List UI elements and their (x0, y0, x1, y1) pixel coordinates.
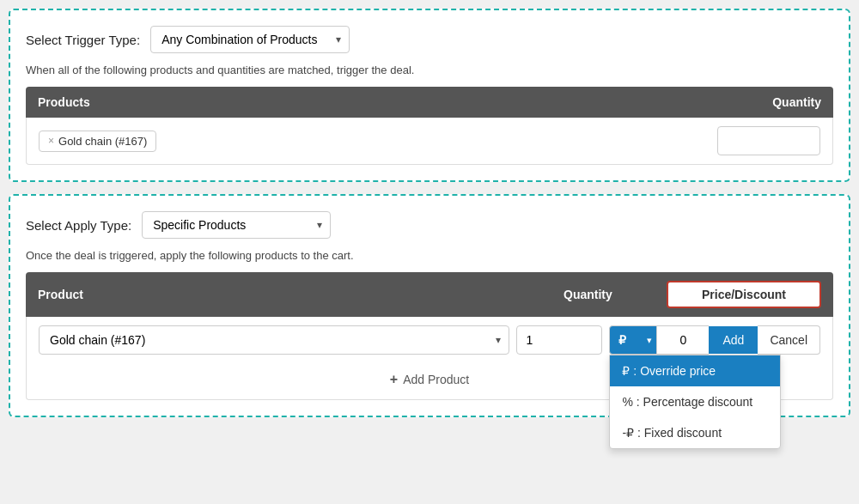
trigger-table-body: × Gold chain (#167) (26, 118, 833, 165)
cancel-button[interactable]: Cancel (758, 325, 820, 355)
tag-remove-icon[interactable]: × (48, 135, 54, 147)
apply-type-description: Once the deal is triggered, apply the fo… (26, 249, 833, 262)
currency-select-wrapper: ₽ % -₽ ▾ (609, 325, 657, 355)
trigger-type-description: When all of the following products and q… (26, 64, 833, 76)
trigger-type-row: Select Trigger Type: Any Combination of … (26, 26, 833, 53)
apply-table-header: Product Quantity Price/Discount (26, 272, 833, 317)
product-tag: × Gold chain (#167) (39, 131, 156, 152)
trigger-type-select-wrapper: Any Combination of Products Specific Pro… (150, 26, 350, 53)
price-group: ₽ % -₽ ▾ Add Cancel (609, 325, 820, 355)
dropdown-item-percentage[interactable]: % : Percentage discount (610, 386, 780, 417)
add-button[interactable]: Add (709, 326, 758, 354)
price-type-dropdown: ₽ : Override price % : Percentage discou… (609, 355, 781, 449)
apply-col-product: Product (38, 288, 564, 301)
dropdown-item-override[interactable]: ₽ : Override price (610, 355, 780, 386)
dropdown-item-fixed[interactable]: -₽ : Fixed discount (610, 417, 780, 448)
apply-type-select[interactable]: Specific Products All Products (142, 211, 331, 239)
currency-select[interactable]: ₽ % -₽ (609, 325, 657, 355)
apply-product-select-wrapper: Gold chain (#167) ▾ (39, 325, 509, 355)
apply-col-quantity: Quantity (564, 288, 667, 301)
apply-type-row: Select Apply Type: Specific Products All… (26, 211, 833, 239)
apply-product-select[interactable]: Gold chain (#167) (39, 325, 509, 355)
apply-col-pricediscount: Price/Discount (667, 281, 821, 308)
trigger-type-label: Select Trigger Type: (26, 33, 140, 47)
trigger-type-select[interactable]: Any Combination of Products Specific Pro… (150, 26, 350, 53)
trigger-table-header: Products Quantity (26, 87, 833, 118)
trigger-col-products: Products (38, 95, 701, 109)
apply-type-section: Select Apply Type: Specific Products All… (9, 194, 850, 417)
trigger-type-section: Select Trigger Type: Any Combination of … (9, 9, 850, 182)
trigger-tag-area: × Gold chain (#167) (39, 131, 700, 152)
trigger-quantity-input[interactable] (717, 126, 820, 155)
tag-label: Gold chain (#167) (58, 135, 147, 148)
add-product-plus-icon: + (390, 372, 398, 387)
trigger-qty-area (700, 126, 820, 155)
apply-type-label: Select Apply Type: (26, 218, 131, 233)
apply-type-table: Product Quantity Price/Discount Gold cha… (26, 272, 833, 400)
trigger-col-quantity: Quantity (701, 95, 821, 109)
apply-product-row: Gold chain (#167) ▾ ₽ % -₽ ▾ (39, 325, 820, 355)
price-input[interactable] (657, 325, 709, 355)
apply-quantity-input[interactable] (516, 325, 602, 355)
trigger-table-row: × Gold chain (#167) (39, 126, 820, 155)
price-discount-container: ₽ % -₽ ▾ Add Cancel ₽ : Override price (609, 325, 820, 355)
add-product-label: Add Product (403, 373, 469, 386)
apply-type-select-wrapper: Specific Products All Products ▾ (142, 211, 331, 239)
trigger-type-table: Products Quantity × Gold chain (#167) (26, 87, 833, 165)
apply-table-body: Gold chain (#167) ▾ ₽ % -₽ ▾ (26, 317, 833, 400)
